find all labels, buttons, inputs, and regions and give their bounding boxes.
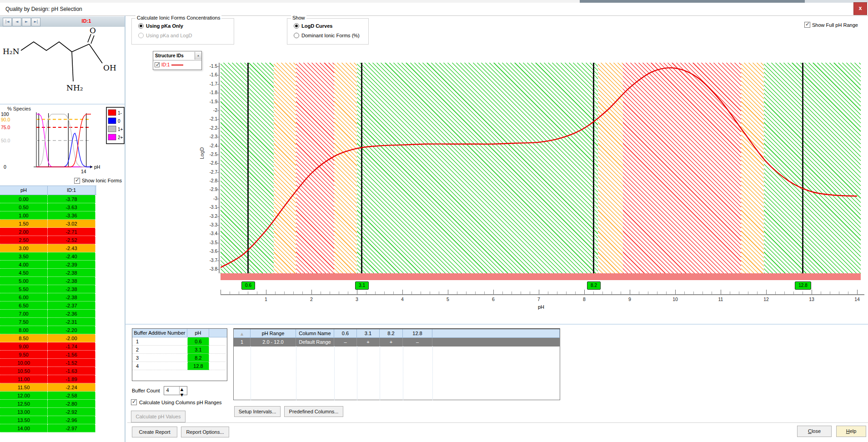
buffer-ph-cell[interactable]: 0.6 bbox=[187, 337, 209, 346]
buffer-number-cell: 4 bbox=[132, 362, 187, 370]
columns-table-header: ▲pH RangeColumn Name0.63.18.212.8 bbox=[234, 329, 560, 338]
ph-table-header-ph: pH bbox=[0, 186, 48, 195]
y-tick-label: -2 bbox=[195, 108, 217, 113]
y-tick-mark bbox=[217, 243, 220, 243]
columns-row-cell: + bbox=[380, 338, 403, 347]
x-tick-label: 12 bbox=[759, 296, 773, 302]
buffer-count-stepper[interactable]: 4 ▲ ▼ bbox=[164, 386, 187, 395]
panel-separator bbox=[0, 104, 125, 105]
columns-header-cell[interactable]: pH Range bbox=[251, 329, 296, 337]
close-icon[interactable]: x bbox=[853, 2, 867, 15]
logd-cell: -2.31 bbox=[48, 318, 95, 326]
y-tick-mark bbox=[217, 110, 220, 111]
logd-cell: -1.74 bbox=[48, 342, 95, 351]
column-guide bbox=[357, 346, 357, 400]
columns-header-filler bbox=[432, 329, 560, 337]
show-ionic-forms-label: Show Ionic Forms bbox=[82, 178, 122, 183]
ph-value-box[interactable]: 3.1 bbox=[355, 281, 369, 290]
ph-cell: 1.00 bbox=[0, 211, 48, 220]
ph-cell: 4.50 bbox=[0, 269, 48, 277]
show-ionic-forms-checkbox[interactable] bbox=[74, 178, 80, 184]
buffer-table-row: 23.1 bbox=[132, 346, 227, 354]
calc-using-columns-label: Calculate Using Columns pH Ranges bbox=[139, 400, 222, 405]
radio-using-pka-only-label: Using pKa Only bbox=[146, 23, 183, 29]
ph-axis-title: pH bbox=[532, 304, 550, 310]
y-tick-mark bbox=[217, 181, 220, 181]
ph-table-header: pH ID:1 bbox=[0, 186, 96, 195]
x-tick-label: 6 bbox=[487, 296, 500, 302]
close-button[interactable]: Close bbox=[797, 426, 832, 437]
ph-table-row: 7.00-2.36 bbox=[0, 310, 96, 318]
ph-table-row: 14.00-2.97 bbox=[0, 424, 96, 432]
spinner-down-icon[interactable]: ▼ bbox=[180, 392, 187, 397]
radio-using-pka-only[interactable] bbox=[138, 23, 144, 29]
buffer-ph-cell[interactable]: 12.8 bbox=[187, 362, 209, 370]
create-report-button[interactable]: Create Report bbox=[132, 427, 177, 437]
buffer-ph-cell[interactable]: 8.2 bbox=[187, 354, 209, 362]
buffer-count-label: Buffer Count bbox=[132, 388, 160, 393]
logd-cell: -3.36 bbox=[48, 211, 95, 220]
columns-header-cell[interactable]: Column Name bbox=[296, 329, 334, 337]
ph-table-row: 10.50-1.63 bbox=[0, 367, 96, 375]
columns-header-cell[interactable]: ▲ bbox=[234, 329, 251, 337]
logd-cell: -2.58 bbox=[48, 392, 95, 400]
y-tick-mark bbox=[217, 234, 220, 234]
svg-text:90.0: 90.0 bbox=[1, 117, 10, 122]
series-line-sample bbox=[171, 65, 183, 65]
x-tick-label: 2 bbox=[305, 296, 318, 302]
qbd-ph-selection-dialog: { "window": { "title": "Quality by Desig… bbox=[0, 0, 868, 442]
columns-table-selected-row[interactable]: 12.0 - 12.0Default Range–++– bbox=[234, 338, 560, 347]
columns-header-cell[interactable]: 0.6 bbox=[334, 329, 357, 337]
ph-value-box[interactable]: 0.6 bbox=[241, 281, 255, 290]
ph-value-box[interactable]: 8.2 bbox=[587, 281, 601, 290]
structure-id-checkbox[interactable] bbox=[155, 62, 160, 67]
show-full-ph-range-checkbox[interactable] bbox=[804, 22, 810, 28]
columns-header-cell[interactable]: 12.8 bbox=[403, 329, 432, 337]
logd-cell: -2.43 bbox=[48, 244, 95, 252]
predefined-columns-button[interactable]: Predefined Columns... bbox=[284, 406, 343, 417]
columns-header-cell[interactable]: 8.2 bbox=[380, 329, 403, 337]
ph-table-body: 0.00-3.780.50-3.631.00-3.361.50-3.022.00… bbox=[0, 195, 96, 432]
logd-cell: -3.78 bbox=[48, 195, 95, 203]
buffer-table-row: 38.2 bbox=[132, 354, 227, 362]
setup-intervals-button[interactable]: Setup Intervals... bbox=[234, 406, 281, 417]
ph-table-row: 1.50-3.02 bbox=[0, 220, 96, 228]
structure-id-label: ID:1 bbox=[68, 18, 105, 24]
ph-table-row: 9.00-1.74 bbox=[0, 342, 96, 351]
first-structure-icon[interactable]: |◄ bbox=[3, 18, 12, 26]
ph-table-row: 10.00-1.52 bbox=[0, 359, 96, 367]
ph-table-row: 5.50-2.38 bbox=[0, 285, 96, 293]
calc-using-columns-checkbox[interactable] bbox=[131, 399, 137, 405]
y-tick-label: -2.9 bbox=[195, 187, 217, 192]
last-structure-icon[interactable]: ►| bbox=[31, 18, 40, 26]
scroll-up-icon[interactable]: ▲ bbox=[195, 52, 201, 60]
radio-logd-curves[interactable] bbox=[294, 23, 299, 29]
column-guide bbox=[403, 346, 403, 400]
logd-cell: -2.40 bbox=[48, 252, 95, 261]
svg-text:100: 100 bbox=[1, 111, 9, 117]
ph-cell: 8.00 bbox=[0, 326, 48, 334]
logd-cell: -2.92 bbox=[48, 408, 95, 416]
buffer-ph-cell[interactable]: 3.1 bbox=[187, 346, 209, 354]
species-chart-title: % Species bbox=[7, 106, 31, 111]
ph-table-row: 0.50-3.63 bbox=[0, 203, 96, 211]
ph-table-row: 6.00-2.38 bbox=[0, 293, 96, 301]
ph-cell: 4.00 bbox=[0, 261, 48, 269]
footer-separator bbox=[127, 422, 868, 423]
ph-value-box[interactable]: 12.8 bbox=[795, 281, 811, 290]
report-options-button[interactable]: Report Options... bbox=[181, 427, 229, 437]
logd-cell: -2.00 bbox=[48, 334, 95, 342]
ph-table-row: 13.50-2.96 bbox=[0, 416, 96, 424]
buffer-empty-cell bbox=[209, 362, 226, 370]
columns-header-cell[interactable]: 3.1 bbox=[357, 329, 380, 337]
radio-dominant-forms[interactable] bbox=[294, 33, 299, 38]
y-tick-mark bbox=[217, 172, 220, 173]
prev-structure-icon[interactable]: ◄ bbox=[12, 18, 21, 26]
calculate-ph-values-button: Calculate pH Values bbox=[131, 411, 186, 422]
ph-table-row: 13.00-2.92 bbox=[0, 408, 96, 416]
help-button[interactable]: Help bbox=[836, 426, 866, 437]
spinner-up-icon[interactable]: ▲ bbox=[180, 387, 187, 392]
y-tick-mark bbox=[217, 207, 220, 208]
next-structure-icon[interactable]: ► bbox=[22, 18, 31, 26]
show-groupbox: Show LogD Curves Dominant Ionic Forms (%… bbox=[287, 18, 369, 45]
